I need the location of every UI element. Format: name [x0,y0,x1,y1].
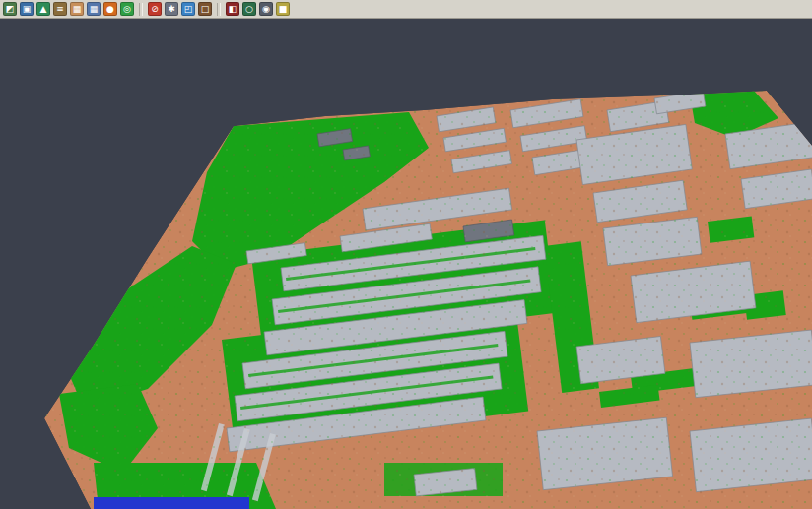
camera-icon[interactable]: ◉ [259,2,273,16]
blue-strip [94,497,249,509]
texture-icon[interactable]: ▦ [70,2,84,16]
point-cloud-scene [0,19,812,509]
zoom-extent-icon[interactable]: ◰ [181,2,195,16]
toolbar: ◩▣▲≡▦▦●◎⊘✱◰□◧○◉■ [0,0,812,19]
stop-icon[interactable]: ⊘ [148,2,162,16]
classify-icon[interactable]: ● [103,2,117,16]
render-icon[interactable]: ◧ [226,2,239,16]
toolbar-separator [139,3,143,16]
speckle-overlay [44,91,812,509]
open-project-icon[interactable]: ◩ [3,2,17,16]
help-icon[interactable]: ■ [276,2,290,16]
measure-icon[interactable]: ◎ [120,2,134,16]
globe-icon[interactable]: ○ [242,2,256,16]
layers-icon[interactable]: ≡ [53,2,67,16]
toolbar-separator [217,3,221,16]
grid-icon[interactable]: ▦ [87,2,101,16]
settings-icon[interactable]: ✱ [165,2,178,16]
terrain-view-icon[interactable]: ▲ [36,2,50,16]
viewport-3d[interactable] [0,19,812,509]
select-icon[interactable]: □ [198,2,212,16]
save-icon[interactable]: ▣ [20,2,34,16]
